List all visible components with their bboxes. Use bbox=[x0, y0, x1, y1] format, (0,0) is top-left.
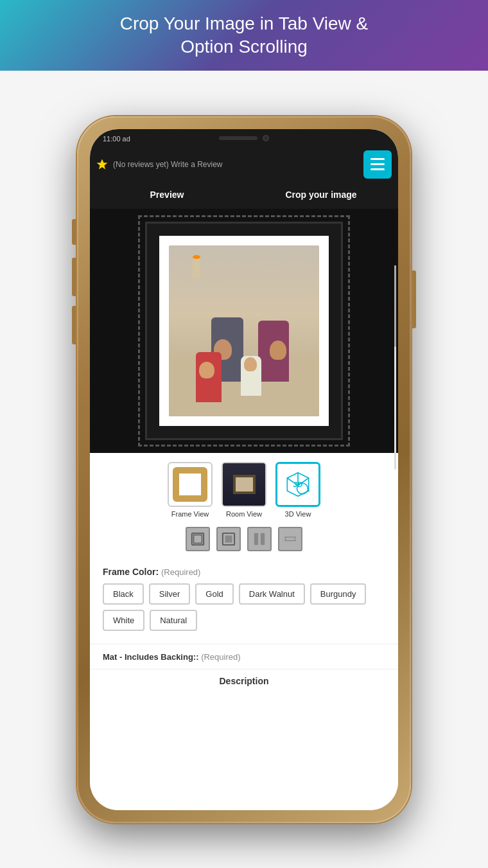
layout-icon-2[interactable] bbox=[216, 527, 241, 551]
color-buttons-row-2: White Natural bbox=[103, 610, 385, 631]
mat-section: Mat - Includes Backing:: (Required) bbox=[90, 644, 398, 669]
tab-preview[interactable]: Preview bbox=[90, 181, 244, 209]
mat-label: Mat - Includes Backing:: (Required) bbox=[103, 652, 241, 662]
svg-text:3D: 3D bbox=[293, 480, 303, 488]
color-buttons-row: Black Silver Gold Dark Walnut Burgundy bbox=[103, 583, 385, 605]
screen-content: 11:00 ad (No reviews yet) Write a Review bbox=[90, 129, 398, 810]
layout-icons-row bbox=[90, 523, 398, 559]
color-gold-btn[interactable]: Gold bbox=[195, 583, 233, 605]
picture-mat bbox=[159, 236, 329, 426]
svg-marker-0 bbox=[98, 159, 107, 168]
image-preview-area bbox=[90, 209, 398, 453]
volume-down-button[interactable] bbox=[72, 306, 76, 344]
notch bbox=[193, 129, 295, 147]
volume-up-button[interactable] bbox=[72, 258, 76, 296]
room-view-option[interactable]: Room View bbox=[222, 462, 266, 518]
frame-color-label: Frame Color: (Required) bbox=[103, 567, 385, 577]
picture-frame bbox=[145, 222, 343, 440]
mute-button[interactable] bbox=[72, 219, 76, 245]
3d-view-thumb: 3D bbox=[275, 462, 320, 507]
header-title: Crop Your Image in Tab View & Option Scr… bbox=[120, 12, 369, 59]
layout-icon-4[interactable] bbox=[278, 527, 302, 551]
mat-required: (Required) bbox=[201, 652, 240, 662]
3d-view-option[interactable]: 3D 3D View bbox=[275, 462, 320, 518]
star-icon bbox=[96, 159, 108, 170]
family-photo bbox=[169, 245, 319, 416]
description-label: Description bbox=[103, 676, 385, 686]
view-options-row: Frame View Room View bbox=[90, 453, 398, 523]
svg-rect-14 bbox=[284, 540, 296, 540]
tab-crop[interactable]: Crop your image bbox=[244, 181, 398, 209]
phone-shell: 11:00 ad (No reviews yet) Write a Review bbox=[77, 116, 411, 823]
svg-rect-13 bbox=[284, 536, 296, 537]
menu-line-2 bbox=[370, 163, 385, 165]
svg-rect-10 bbox=[225, 535, 232, 542]
frame-container bbox=[138, 215, 350, 447]
layout-icon-3[interactable] bbox=[247, 527, 272, 551]
scrollbar-thumb[interactable] bbox=[394, 265, 396, 347]
frame-color-section: Frame Color: (Required) Black Silver Gol… bbox=[90, 559, 398, 644]
phone-area: 11:00 ad (No reviews yet) Write a Review bbox=[0, 71, 488, 868]
tab-bar: Preview Crop your image bbox=[90, 181, 398, 209]
menu-line-3 bbox=[370, 168, 385, 170]
room-view-thumb bbox=[222, 462, 266, 507]
room-view-label: Room View bbox=[226, 510, 262, 518]
3d-cube-icon: 3D bbox=[282, 468, 314, 500]
phone-screen: 11:00 ad (No reviews yet) Write a Review bbox=[90, 129, 398, 810]
color-black-btn[interactable]: Black bbox=[103, 583, 144, 605]
description-section: Description bbox=[90, 669, 398, 693]
3d-view-label: 3D View bbox=[285, 510, 311, 518]
color-natural-btn[interactable]: Natural bbox=[150, 610, 197, 631]
scrollbar-track bbox=[394, 265, 396, 470]
layout-icon-1[interactable] bbox=[186, 527, 210, 551]
svg-rect-8 bbox=[194, 535, 202, 543]
app-top-bar: (No reviews yet) Write a Review bbox=[90, 148, 398, 181]
color-white-btn[interactable]: White bbox=[103, 610, 144, 631]
header-banner: Crop Your Image in Tab View & Option Scr… bbox=[0, 0, 488, 71]
frame-view-thumb bbox=[168, 462, 213, 507]
time-display: 11:00 ad bbox=[103, 135, 130, 143]
speaker bbox=[219, 136, 257, 140]
frame-view-label: Frame View bbox=[171, 510, 209, 518]
power-button[interactable] bbox=[412, 270, 416, 328]
front-camera bbox=[263, 135, 269, 141]
frame-color-required: (Required) bbox=[161, 567, 200, 577]
menu-line-1 bbox=[370, 158, 385, 160]
review-text: (No reviews yet) Write a Review bbox=[113, 160, 363, 169]
color-dark-walnut-btn[interactable]: Dark Walnut bbox=[239, 583, 305, 605]
frame-view-option[interactable]: Frame View bbox=[168, 462, 213, 518]
svg-rect-11 bbox=[254, 533, 258, 544]
svg-rect-12 bbox=[261, 533, 265, 544]
color-burgundy-btn[interactable]: Burgundy bbox=[310, 583, 367, 605]
menu-button[interactable] bbox=[363, 150, 392, 179]
color-silver-btn[interactable]: Silver bbox=[149, 583, 191, 605]
